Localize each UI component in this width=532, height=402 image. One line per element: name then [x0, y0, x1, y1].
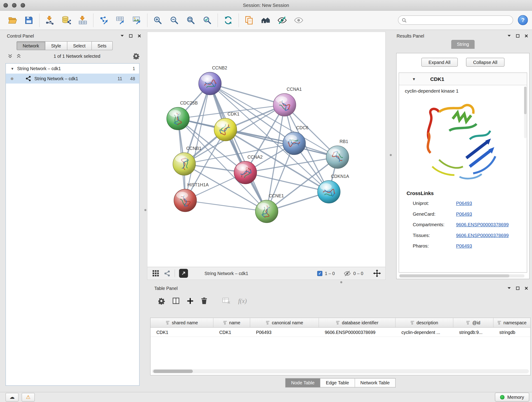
left-splitter-handle[interactable]: [144, 209, 146, 211]
tab-node-table[interactable]: Node Table: [285, 378, 320, 388]
session-home-button[interactable]: [260, 13, 272, 27]
network-selection-status: 1 of 1 Network selected: [25, 53, 129, 59]
protein-section-header[interactable]: ▼ CDK1: [399, 73, 527, 85]
network-edge-CCNE1-HIST1H1A[interactable]: [185, 201, 267, 211]
open-session-button[interactable]: [6, 13, 19, 27]
network-edge-CCNA2-CDKN1A[interactable]: [245, 172, 329, 192]
export-network-button[interactable]: [98, 13, 110, 27]
control-panel-close-icon[interactable]: [137, 33, 142, 38]
delete-table-icon[interactable]: [222, 298, 231, 304]
column-header-shared-name[interactable]: shared name: [151, 318, 214, 327]
crosslink-label: Compartments:: [413, 222, 456, 227]
cloud-status-button[interactable]: ☁: [6, 393, 19, 402]
open-in-new-window-button[interactable]: [179, 269, 188, 278]
collapse-all-networks-icon[interactable]: [16, 54, 22, 58]
column-header-name[interactable]: name: [214, 318, 250, 327]
network-node-RB1[interactable]: RB1: [326, 139, 349, 168]
tab-network[interactable]: Network: [17, 41, 45, 50]
network-collection-row[interactable]: ▼ String Network – cdk1 1: [6, 64, 139, 74]
network-options-gear-icon[interactable]: [133, 53, 139, 60]
results-panel-close-icon[interactable]: [524, 33, 529, 38]
tab-network-table[interactable]: Network Table: [355, 378, 395, 388]
column-header-id[interactable]: @id: [453, 318, 494, 327]
warnings-button[interactable]: ⚠: [22, 393, 35, 402]
network-node-CDC25B[interactable]: CDC25B: [167, 100, 198, 130]
refresh-network-button[interactable]: [222, 13, 234, 27]
column-header-namespace[interactable]: namespace: [494, 318, 530, 327]
toolbar-separator: [39, 13, 40, 27]
network-node-CCNB2[interactable]: CCNB2: [199, 65, 227, 95]
minimize-window-button[interactable]: [12, 3, 17, 7]
delete-column-trash-icon[interactable]: [201, 298, 207, 304]
results-panel-collapse-icon[interactable]: [507, 33, 511, 38]
network-edge-CCNB2-CCNE1[interactable]: [210, 84, 267, 211]
table-panel-collapse-icon[interactable]: [507, 286, 511, 291]
table-panel-float-icon[interactable]: [515, 286, 520, 291]
help-button[interactable]: ?: [518, 15, 528, 25]
pan-move-icon[interactable]: [373, 269, 381, 278]
results-panel-float-icon[interactable]: [515, 33, 520, 38]
control-panel-collapse-icon[interactable]: [120, 33, 124, 38]
column-icon: [166, 321, 170, 325]
zoom-fit-button[interactable]: [185, 13, 197, 27]
results-tab-string[interactable]: String: [451, 40, 475, 49]
memory-button[interactable]: Memory: [495, 393, 529, 402]
tab-edge-table[interactable]: Edge Table: [320, 378, 355, 388]
column-icon: [497, 321, 501, 325]
add-column-plus-icon[interactable]: [187, 298, 194, 304]
network-row-selected[interactable]: String Network – cdk1 11 48: [6, 74, 139, 84]
tab-style[interactable]: Style: [45, 41, 67, 50]
birds-eye-view-icon[interactable]: [152, 270, 159, 277]
control-panel-float-icon[interactable]: [128, 33, 133, 38]
export-image-button[interactable]: [131, 13, 143, 27]
crosslink-compartments[interactable]: 9606.ENSP00000378699: [456, 222, 509, 227]
zoom-selected-button[interactable]: [201, 13, 214, 27]
network-node-CCNA1[interactable]: CCNA1: [273, 87, 302, 116]
import-network-file-button[interactable]: [44, 13, 56, 27]
column-header-database-identifier[interactable]: database identifier: [319, 318, 396, 327]
crosslink-uniprot[interactable]: P06493: [456, 201, 472, 206]
toolbar-separator: [175, 269, 175, 277]
table-settings-gear-icon[interactable]: [158, 297, 165, 305]
network-node-HIST1H1A[interactable]: HIST1H1A: [174, 182, 209, 212]
zoom-in-button[interactable]: [152, 13, 164, 27]
tree-expand-icon[interactable]: ▼: [11, 67, 14, 70]
zoom-window-button[interactable]: [21, 3, 25, 7]
section-collapse-icon[interactable]: ▼: [412, 77, 416, 81]
table-horizontal-scrollbar[interactable]: [152, 369, 529, 373]
tab-select[interactable]: Select: [67, 41, 92, 50]
crosslink-genecard[interactable]: P06493: [456, 211, 472, 217]
export-table-button[interactable]: [114, 13, 127, 27]
zoom-out-button[interactable]: [168, 13, 181, 27]
hidden-eye-slash-icon[interactable]: [344, 270, 351, 277]
table-panel-close-icon[interactable]: [524, 286, 529, 291]
import-network-database-button[interactable]: [60, 13, 73, 27]
right-splitter-handle[interactable]: [390, 154, 392, 156]
network-canvas[interactable]: CCNB2CCNA1CDC25BCDK1CDC6RB1CCNB1CCNA2CDK…: [147, 32, 385, 267]
collapse-all-button[interactable]: Collapse All: [466, 58, 505, 67]
network-node-CDC6[interactable]: CDC6: [283, 125, 309, 155]
function-builder-button[interactable]: f(x): [238, 297, 247, 305]
close-window-button[interactable]: [3, 3, 8, 7]
import-table-button[interactable]: [77, 13, 89, 27]
node-label-HIST1H1A: HIST1H1A: [187, 182, 209, 187]
save-session-button[interactable]: [23, 13, 35, 27]
column-header-canonical-name[interactable]: canonical name: [250, 318, 319, 327]
search-input[interactable]: [409, 17, 509, 23]
show-all-button[interactable]: [293, 13, 305, 27]
show-columns-icon[interactable]: [172, 298, 179, 304]
duplicate-network-button[interactable]: [243, 13, 255, 27]
column-header-description[interactable]: description: [396, 318, 453, 327]
horizontal-splitter-handle[interactable]: [340, 281, 342, 283]
table-row[interactable]: CDK1 CDK1 P06493 9606.ENSP00000378699 cy…: [151, 328, 530, 337]
graph-share-icon[interactable]: [164, 270, 171, 277]
selected-checkbox-icon[interactable]: ✓: [317, 271, 323, 276]
results-horizontal-scrollbar[interactable]: [399, 274, 525, 278]
tab-sets[interactable]: Sets: [92, 41, 113, 50]
crosslink-tissues[interactable]: 9606.ENSP00000378699: [456, 233, 509, 238]
expand-all-networks-icon[interactable]: [7, 54, 13, 58]
results-vertical-scrollbar[interactable]: [524, 87, 527, 138]
crosslink-pharos[interactable]: P06493: [456, 243, 472, 249]
hide-selected-button[interactable]: [276, 13, 288, 27]
expand-all-button[interactable]: Expand All: [421, 58, 458, 67]
